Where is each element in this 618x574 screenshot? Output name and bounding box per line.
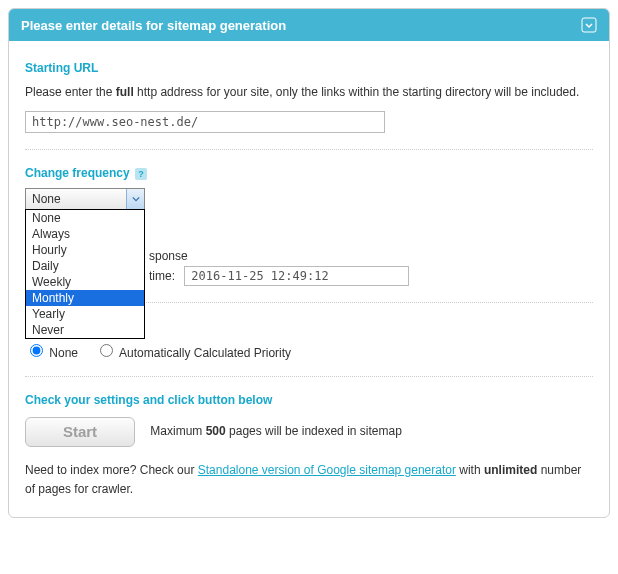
dropdown-option[interactable]: Monthly [26,290,144,306]
footer-note: Need to index more? Check our Standalone… [25,461,593,499]
dropdown-option[interactable]: Always [26,226,144,242]
last-mod-input[interactable] [184,266,409,286]
starting-url-input[interactable] [25,111,385,133]
dropdown-option[interactable]: None [26,210,144,226]
chevron-down-icon [126,189,144,209]
select-value: None [32,192,61,206]
priority-options: None Automatically Calculated Priority [25,341,593,360]
sitemap-panel: Please enter details for sitemap generat… [8,8,610,518]
svg-rect-0 [582,18,596,32]
dropdown-option[interactable]: Daily [26,258,144,274]
start-button[interactable]: Start [25,417,135,447]
obscured-line-2: time: [149,266,593,286]
dropdown-option[interactable]: Weekly [26,274,144,290]
priority-auto[interactable]: Automatically Calculated Priority [95,346,291,360]
panel-header: Please enter details for sitemap generat… [9,9,609,41]
obscured-line-1: sponse [149,249,593,263]
panel-body: Starting URL Please enter the full http … [9,41,609,517]
standalone-link[interactable]: Standalone version of Google sitemap gen… [198,463,456,477]
help-icon[interactable]: ? [135,168,147,180]
check-title: Check your settings and click button bel… [25,393,593,407]
divider [25,149,593,150]
dropdown-option[interactable]: Hourly [26,242,144,258]
starting-url-title: Starting URL [25,61,593,75]
change-freq-select[interactable]: None NoneAlwaysHourlyDailyWeeklyMonthlyY… [25,188,145,210]
start-row: Start Maximum 500 pages will be indexed … [25,417,593,447]
dropdown-option[interactable]: Yearly [26,306,144,322]
change-freq-dropdown: NoneAlwaysHourlyDailyWeeklyMonthlyYearly… [25,209,145,339]
expand-icon[interactable] [581,17,597,33]
dropdown-option[interactable]: Never [26,322,144,338]
change-freq-title: Change frequency ? [25,166,593,180]
max-pages-text: Maximum 500 pages will be indexed in sit… [150,424,401,438]
priority-none[interactable]: None [25,346,78,360]
panel-title: Please enter details for sitemap generat… [21,18,286,33]
divider [25,376,593,377]
starting-url-desc: Please enter the full http address for y… [25,83,593,101]
